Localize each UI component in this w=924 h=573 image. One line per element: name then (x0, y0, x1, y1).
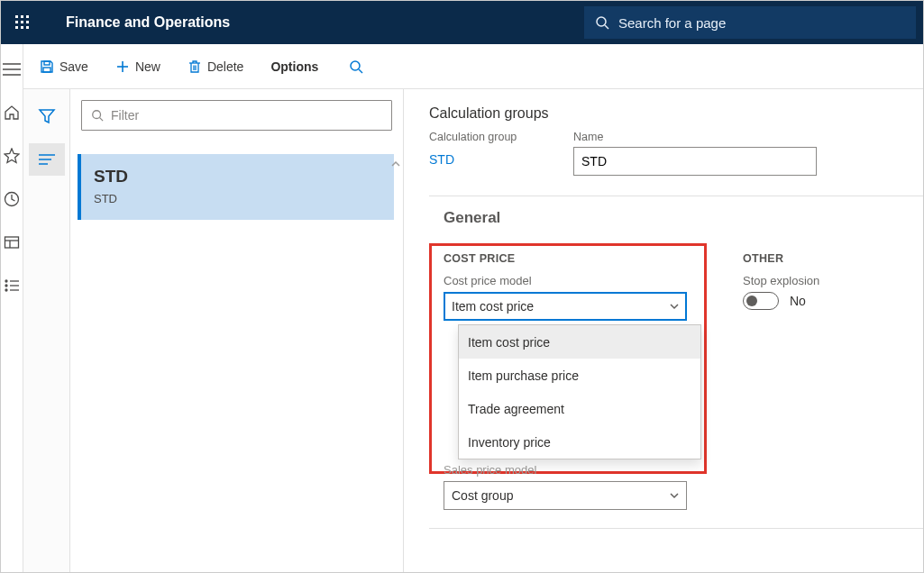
fasttab-general-body: COST PRICE Cost price model Item cost pr… (429, 240, 924, 528)
svg-point-37 (93, 111, 101, 119)
svg-rect-3 (15, 21, 18, 23)
funnel-icon (38, 107, 56, 125)
options-label: Options (270, 59, 318, 74)
options-button[interactable]: Options (267, 52, 322, 81)
lines-icon (39, 153, 55, 166)
svg-rect-26 (43, 68, 50, 72)
dropdown-option[interactable]: Trade agreement (459, 392, 700, 425)
global-search[interactable]: Search for a page (584, 6, 916, 39)
search-placeholder: Search for a page (618, 15, 726, 31)
app-title: Finance and Operations (44, 14, 230, 31)
cost-price-model-value: Item cost price (452, 299, 534, 314)
svg-line-38 (100, 118, 104, 122)
other-title: OTHER (743, 252, 924, 265)
svg-rect-8 (26, 26, 29, 29)
delete-button[interactable]: Delete (184, 52, 247, 81)
nav-recent[interactable] (1, 188, 23, 210)
page-title: Calculation groups (429, 105, 924, 122)
list-toggle-button[interactable] (29, 143, 65, 176)
list-item-subtitle: STD (94, 192, 381, 205)
list-panel: Filter STD STD (70, 89, 404, 573)
list-filter-row: Filter (70, 89, 403, 138)
list-item-title: STD (94, 167, 381, 186)
cost-price-section: COST PRICE Cost price model Item cost pr… (444, 252, 696, 510)
filter-placeholder: Filter (111, 108, 139, 123)
svg-line-32 (359, 69, 362, 73)
action-bar: Save New Delete Options (23, 44, 924, 89)
toggle-knob (746, 296, 757, 306)
svg-point-19 (5, 280, 7, 282)
content-right: Save New Delete Options (23, 44, 924, 573)
svg-point-20 (5, 285, 7, 286)
dropdown-option[interactable]: Item cost price (459, 325, 700, 359)
cost-price-model-combo[interactable]: Item cost price (444, 292, 687, 321)
save-label: Save (59, 59, 88, 74)
waffle-button[interactable] (1, 1, 44, 44)
nav-rail (1, 44, 23, 573)
stop-explosion-label: Stop explosion (743, 274, 924, 287)
svg-point-9 (597, 17, 606, 26)
name-label: Name (573, 131, 817, 143)
plus-icon (115, 59, 130, 74)
cost-price-model-label: Cost price model (444, 274, 696, 287)
chevron-down-icon (668, 300, 681, 313)
sales-price-model-value: Cost group (452, 488, 513, 503)
svg-rect-5 (26, 21, 29, 23)
nav-home[interactable] (1, 102, 23, 123)
scroll-up-icon[interactable] (390, 158, 403, 177)
other-section: OTHER Stop explosion No (743, 252, 924, 510)
filter-strip (23, 89, 70, 573)
svg-rect-1 (21, 15, 23, 18)
filter-pane-button[interactable] (32, 102, 61, 131)
svg-line-10 (605, 25, 608, 29)
workspace: Filter STD STD Calculation groups (23, 89, 924, 573)
cost-price-model-dropdown: Item cost price Item purchase price Trad… (458, 324, 701, 459)
save-button[interactable]: Save (36, 52, 92, 81)
calc-group-label: Calculation group (429, 131, 555, 143)
search-icon (91, 109, 104, 122)
app-header: Finance and Operations Search for a page (1, 1, 923, 44)
search-icon (349, 59, 363, 74)
svg-rect-16 (5, 237, 19, 248)
name-input[interactable] (573, 147, 817, 176)
new-label: New (135, 59, 160, 74)
detail-panel: Calculation groups Calculation group STD… (404, 89, 924, 573)
sales-price-model-combo[interactable]: Cost group (444, 481, 687, 510)
svg-marker-14 (5, 149, 19, 163)
new-button[interactable]: New (112, 52, 164, 81)
dropdown-option[interactable]: Item purchase price (459, 359, 700, 392)
trash-icon (188, 59, 202, 74)
svg-rect-25 (44, 61, 50, 65)
save-icon (40, 59, 54, 74)
search-icon (595, 15, 609, 30)
chevron-down-icon (668, 489, 681, 502)
nav-workspaces[interactable] (1, 232, 23, 253)
find-button[interactable] (342, 52, 371, 81)
waffle-icon (15, 15, 30, 30)
svg-point-31 (351, 61, 360, 70)
sales-price-model-label: Sales price model (444, 463, 696, 477)
fasttab-general-header[interactable]: General (429, 196, 924, 240)
fasttab-general: General COST PRICE Cost price model Item… (429, 196, 924, 529)
workspace-icon (4, 234, 20, 250)
star-icon (4, 148, 20, 164)
dropdown-option[interactable]: Inventory price (459, 425, 700, 459)
stop-explosion-toggle[interactable] (743, 292, 779, 310)
delete-label: Delete (207, 59, 243, 74)
calc-group-link[interactable]: STD (429, 147, 454, 170)
clock-icon (4, 191, 20, 207)
hamburger-icon (3, 62, 21, 77)
list-filter-input[interactable]: Filter (81, 100, 392, 131)
hamburger-button[interactable] (1, 59, 23, 80)
svg-rect-6 (15, 26, 18, 29)
list-item[interactable]: STD STD (78, 154, 394, 220)
svg-marker-33 (40, 110, 54, 123)
svg-rect-0 (15, 15, 18, 18)
main-area: Save New Delete Options (1, 44, 923, 573)
list-icon (4, 277, 20, 294)
home-icon (4, 105, 20, 121)
nav-modules[interactable] (1, 275, 23, 296)
nav-favorites[interactable] (1, 145, 23, 167)
svg-rect-7 (21, 26, 23, 29)
cost-price-title: COST PRICE (444, 252, 696, 265)
